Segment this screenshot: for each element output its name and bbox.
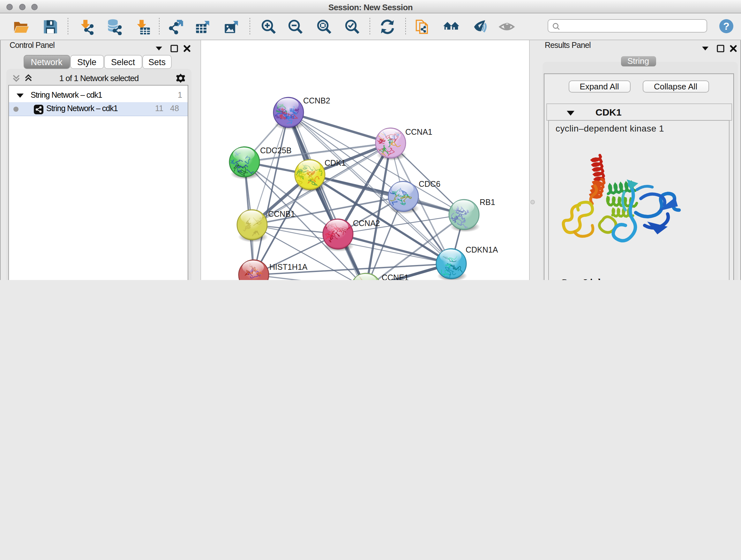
svg-text:?: ? <box>723 20 730 32</box>
svg-text:CDKN1A: CDKN1A <box>466 245 498 254</box>
svg-text:CDC25B: CDC25B <box>260 145 292 154</box>
svg-text:CCNB2: CCNB2 <box>303 96 330 105</box>
svg-text:RB1: RB1 <box>480 197 495 206</box>
svg-text:HIST1H1A: HIST1H1A <box>269 262 308 271</box>
svg-text:CCNB1: CCNB1 <box>268 209 295 218</box>
svg-text:CCNA1: CCNA1 <box>405 127 432 136</box>
svg-text:CCNA2: CCNA2 <box>353 219 380 227</box>
svg-text:CDC6: CDC6 <box>419 179 441 188</box>
svg-text:CDK1: CDK1 <box>325 158 346 167</box>
svg-text:CCNE1: CCNE1 <box>382 273 409 280</box>
